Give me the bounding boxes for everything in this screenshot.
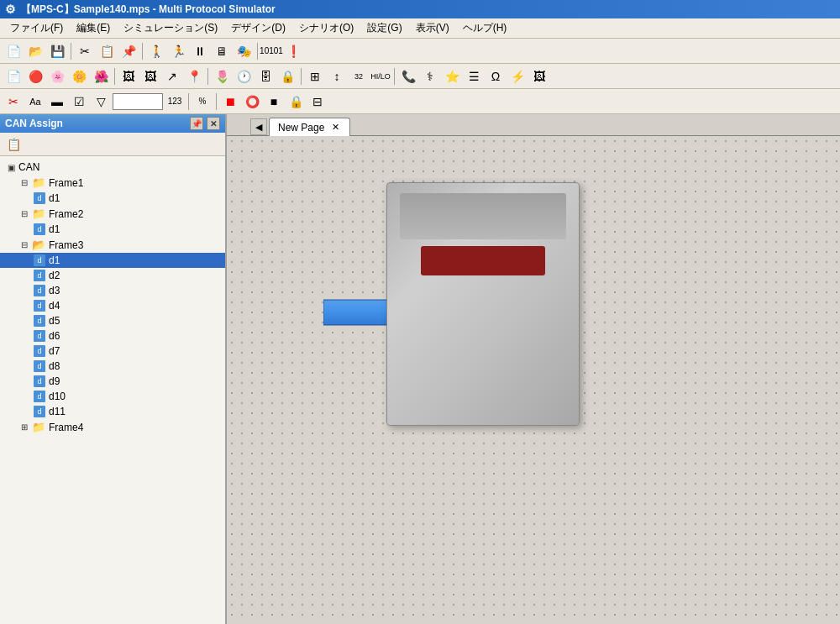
toolbar-input[interactable] [113,93,163,110]
tree-frame3-d3[interactable]: d d3 [0,283,225,298]
star-btn[interactable]: ⭐ [442,66,462,87]
frame3-d7-label: d7 [49,345,60,357]
tree-frame2[interactable]: ⊟ 📁 Frame2 [0,206,225,222]
menu-help[interactable]: ヘルプ(H) [456,19,514,37]
tab-close-button[interactable]: ✕ [329,122,341,134]
icon-btn1[interactable]: 🚶 [146,41,166,61]
tree-frame3-d10[interactable]: d d10 [0,389,225,404]
panel-close-button[interactable]: ✕ [207,117,220,130]
menu-edit[interactable]: 編集(E) [70,19,117,37]
db-btn[interactable]: 🗄 [255,66,276,87]
warning-btn[interactable]: ❗ [283,41,303,61]
red-btn[interactable]: 🔴 [25,66,45,87]
page-btn[interactable]: 📄 [3,66,24,87]
frame3-d6-icon: d [34,330,45,342]
hl-btn[interactable]: HI/LO [370,66,391,87]
flower-btn1[interactable]: 🌸 [47,66,67,87]
menu-scenario[interactable]: シナリオ(O) [292,19,360,37]
flower-btn2[interactable]: 🌼 [69,66,89,87]
arrow-btn1[interactable]: ↕ [327,66,347,87]
cursor-btn[interactable]: ↗ [162,66,182,87]
can-root-label: CAN [18,161,39,173]
clock-btn[interactable]: 🕐 [234,66,254,87]
strikethrough-btn[interactable]: ⊟ [307,92,328,112]
panel-pin-button[interactable]: 📌 [190,117,203,130]
frame4-label: Frame4 [49,422,83,433]
img-btn2[interactable]: 🖼 [140,66,160,87]
canvas-area[interactable] [227,136,840,624]
tree-frame1[interactable]: ⊟ 📁 Frame1 [0,175,225,191]
num-input-tool[interactable]: 123 [165,92,185,112]
title-text: 【MPS-C】Sample140.mps - Multi Protocol Si… [21,3,276,17]
lock2-btn[interactable]: 🔒 [286,92,306,112]
frame2-d1-icon: d [34,223,45,235]
tree-frame3-d11[interactable]: d d11 [0,404,225,419]
flash-btn[interactable]: ⚡ [507,66,528,87]
tree-frame3-d1[interactable]: d d1 [0,253,225,268]
num-btn[interactable]: 32 [349,66,369,87]
grid-btn[interactable]: ⊞ [305,66,325,87]
circle-btn[interactable]: ⭕ [242,92,262,112]
tree-root-can[interactable]: ▣ CAN [0,160,225,175]
open-file-button[interactable]: 📂 [25,41,45,61]
tree-frame3-d6[interactable]: d d6 [0,328,225,343]
tree-frame4[interactable]: ⊞ 📁 Frame4 [0,419,225,435]
sep8 [188,93,189,110]
sep6 [301,68,302,85]
rect-tool[interactable]: ▬ [47,92,67,112]
flower-btn3[interactable]: 🌺 [91,66,111,87]
tab-bar: ◀ New Page ✕ [227,114,840,136]
square-btn[interactable]: ■ [264,92,284,112]
menu-settings[interactable]: 設定(G) [360,19,408,37]
copy-button[interactable]: 📋 [97,41,117,61]
omega-btn[interactable]: Ω [486,66,506,87]
tree-frame3[interactable]: ⊟ 📂 Frame3 [0,237,225,253]
digit-btn[interactable]: 10101 [261,41,281,61]
icon-btn4[interactable]: 🖥 [212,41,232,61]
phone-btn[interactable]: 📞 [398,66,418,87]
check-tool[interactable]: ☑ [69,92,89,112]
tab-label: New Page [278,122,324,134]
tree-frame3-d2[interactable]: d d2 [0,268,225,283]
icon-btn3[interactable]: ⏸ [190,41,210,61]
toolbar1: 📄 📂 💾 ✂ 📋 📌 🚶 🏃 ⏸ 🖥 🎭 10101 ❗ [0,39,840,64]
tree-frame3-d9[interactable]: d d9 [0,374,225,389]
tree-frame2-d1[interactable]: d d1 [0,222,225,237]
menu-simulation[interactable]: シミュレーション(S) [117,19,224,37]
icon-btn5[interactable]: 🎭 [234,41,254,61]
tree-frame1-d1[interactable]: d d1 [0,191,225,206]
menu-view[interactable]: 表示(V) [409,19,456,37]
text-tool[interactable]: Aa [25,92,45,112]
tree-frame3-d7[interactable]: d d7 [0,343,225,359]
pin-btn[interactable]: 📍 [184,66,204,87]
tree-frame3-d8[interactable]: d d8 [0,359,225,374]
img-btn1[interactable]: 🖼 [118,66,139,87]
frame2-folder-icon: 📁 [32,207,45,220]
frame3-d5-label: d5 [49,315,60,327]
lock-btn[interactable]: 🔒 [277,66,297,87]
tree-frame3-d5[interactable]: d d5 [0,313,225,328]
main-layout: CAN Assign 📌 ✕ 📋 ▣ CAN ⊟ 📁 Frame1 d [0,114,840,624]
device-widget[interactable] [386,182,580,426]
tab-new-page[interactable]: New Page ✕ [269,118,350,136]
stop-btn[interactable]: ⏹ [220,92,240,112]
view-btn[interactable]: % [192,92,213,112]
left-panel: CAN Assign 📌 ✕ 📋 ▣ CAN ⊟ 📁 Frame1 d [0,114,227,624]
select-tool[interactable]: ✂ [3,92,24,112]
tab-nav-left[interactable]: ◀ [250,118,267,135]
medical-btn[interactable]: ⚕ [420,66,440,87]
paste-button[interactable]: 📌 [118,41,139,61]
cut-button[interactable]: ✂ [75,41,95,61]
title-bar: ⚙ 【MPS-C】Sample140.mps - Multi Protocol … [0,0,840,18]
icon-btn2[interactable]: 🏃 [168,41,188,61]
menu-btn[interactable]: ☰ [464,66,484,87]
menu-file[interactable]: ファイル(F) [3,19,70,37]
tree-frame3-d4[interactable]: d d4 [0,298,225,313]
save-button[interactable]: 💾 [47,41,67,61]
image-btn[interactable]: 🖼 [529,66,549,87]
panel-list-button[interactable]: 📋 [3,134,24,155]
new-file-button[interactable]: 📄 [3,41,24,61]
combo-tool[interactable]: ▽ [91,92,111,112]
menu-design[interactable]: デザイン(D) [224,19,292,37]
pink-btn[interactable]: 🌷 [212,66,232,87]
